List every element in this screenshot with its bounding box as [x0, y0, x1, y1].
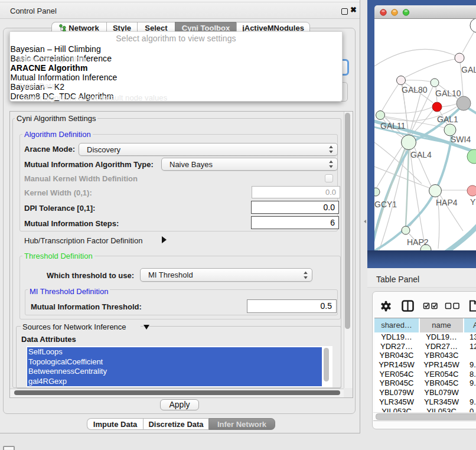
svg-text:YE: YE	[470, 197, 476, 207]
svg-text:GCY1: GCY1	[374, 200, 397, 209]
svg-text:GAL10: GAL10	[435, 89, 461, 98]
svg-text:HAP2: HAP2	[407, 237, 429, 247]
svg-text:SWI4: SWI4	[451, 135, 471, 144]
svg-text:GAL7: GAL7	[461, 65, 476, 74]
svg-text:GAL4: GAL4	[410, 150, 432, 159]
svg-text:GAL1: GAL1	[437, 115, 458, 124]
svg-text:GAL11: GAL11	[380, 121, 406, 131]
svg-text:HAP4: HAP4	[436, 198, 458, 207]
svg-text:GAL80: GAL80	[402, 85, 428, 94]
